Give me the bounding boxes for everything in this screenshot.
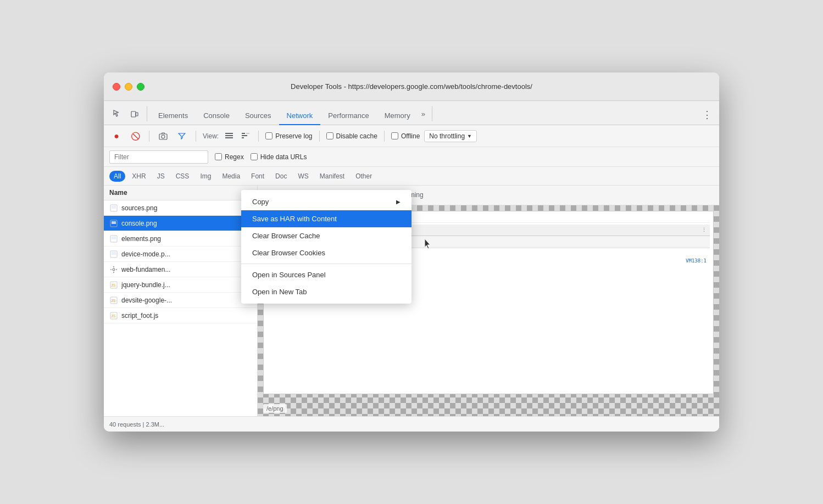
- filter-button[interactable]: [175, 129, 189, 143]
- svg-text:JS: JS: [111, 314, 116, 318]
- regex-label: Regex: [225, 153, 244, 161]
- svg-rect-18: [112, 252, 116, 255]
- context-menu-item-open-tab[interactable]: Open in New Tab: [241, 283, 412, 300]
- traffic-lights: [113, 83, 144, 91]
- submenu-arrow-icon: ▶: [396, 199, 401, 205]
- type-filter-js[interactable]: JS: [153, 171, 169, 182]
- disable-cache-checkbox[interactable]: [326, 132, 333, 139]
- type-filter-xhr[interactable]: XHR: [127, 171, 150, 182]
- device-mode-icon[interactable]: [126, 105, 143, 122]
- svg-text:JS: JS: [111, 283, 116, 287]
- offline-checkbox[interactable]: [391, 132, 398, 139]
- preserve-log-group: Preserve log: [265, 132, 312, 140]
- preserve-log-label: Preserve log: [275, 132, 312, 140]
- svg-rect-0: [131, 111, 136, 117]
- context-menu-item-save-har[interactable]: Save as HAR with Content: [241, 210, 412, 227]
- file-icon-js-devsite: JS: [109, 296, 118, 305]
- type-filter-other[interactable]: Other: [351, 171, 376, 182]
- regex-checkbox[interactable]: [215, 153, 222, 160]
- svg-rect-12: [112, 206, 116, 209]
- file-item-devsite[interactable]: JS devsite-google-...: [104, 293, 257, 308]
- file-item-device-mode[interactable]: device-mode.p...: [104, 247, 257, 262]
- preview-bottom-url: /e/png: [263, 404, 287, 413]
- chevron-down-icon: ▼: [467, 133, 472, 139]
- hide-data-urls-label: Hide data URLs: [260, 153, 307, 161]
- screenshot-button[interactable]: [156, 129, 170, 143]
- svg-rect-16: [112, 237, 116, 239]
- context-menu-item-open-sources[interactable]: Open in Sources Panel: [241, 266, 412, 283]
- file-icon-js-script: JS: [109, 311, 118, 320]
- svg-rect-9: [242, 137, 244, 138]
- view-list-button[interactable]: [223, 130, 235, 142]
- type-filter-css[interactable]: CSS: [171, 171, 194, 182]
- file-item-jquery[interactable]: JS jquery-bundle.j...: [104, 277, 257, 293]
- file-icon-gear: [109, 265, 118, 274]
- preserve-log-checkbox[interactable]: [265, 132, 273, 139]
- devtools-window: Developer Tools - https://developers.goo…: [104, 72, 719, 432]
- toolbar-sep-5: [384, 131, 385, 142]
- tab-separator-right: [432, 106, 432, 121]
- tab-console[interactable]: Console: [196, 107, 237, 125]
- file-item-script-foot[interactable]: JS script_foot.js: [104, 308, 257, 323]
- type-filter-media[interactable]: Media: [218, 171, 244, 182]
- type-filter-all[interactable]: All: [109, 171, 125, 182]
- clear-button[interactable]: 🚫: [128, 129, 142, 143]
- file-name-sources: sources.png: [121, 204, 157, 212]
- titlebar: Developer Tools - https://developers.goo…: [104, 72, 719, 101]
- file-icon-img-device: [109, 250, 118, 259]
- type-filter-bar: All XHR JS CSS Img Media Font Doc WS Man…: [104, 167, 719, 186]
- type-filter-doc[interactable]: Doc: [271, 171, 291, 182]
- close-button[interactable]: [113, 83, 120, 91]
- file-icon-js: JS: [109, 281, 118, 289]
- context-menu-item-clear-cache[interactable]: Clear Browser Cache: [241, 227, 412, 244]
- toolbar-sep-3: [258, 131, 259, 142]
- file-name-device: device-mode.p...: [121, 250, 170, 258]
- tab-separator: [147, 106, 147, 121]
- type-filter-img[interactable]: Img: [196, 171, 215, 182]
- file-list-header: Name: [104, 186, 257, 200]
- view-label: View:: [203, 132, 219, 140]
- svg-rect-10: [246, 133, 249, 134]
- type-filter-manifest[interactable]: Manifest: [315, 171, 349, 182]
- tab-elements[interactable]: Elements: [151, 107, 196, 125]
- file-name-script-foot: script_foot.js: [121, 312, 158, 320]
- toolbar-sep-4: [319, 131, 320, 142]
- inspect-element-icon[interactable]: [108, 105, 126, 122]
- file-item-sources[interactable]: sources.png: [104, 200, 257, 216]
- tab-network[interactable]: Network: [279, 107, 321, 125]
- hide-data-urls-group: Hide data URLs: [251, 153, 307, 161]
- record-button[interactable]: ●: [109, 129, 124, 143]
- file-name-elements: elements.png: [121, 235, 161, 243]
- offline-group: Offline: [391, 132, 420, 140]
- maximize-button[interactable]: [137, 83, 144, 91]
- context-menu-item-copy[interactable]: Copy ▶: [241, 193, 412, 210]
- minimize-button[interactable]: [125, 83, 132, 91]
- svg-point-19: [113, 268, 115, 271]
- devtools-tab-bar: Elements Console Sources Network Perform…: [104, 101, 719, 125]
- type-filter-font[interactable]: Font: [247, 171, 269, 182]
- type-filter-ws[interactable]: WS: [293, 171, 313, 182]
- file-icon-img-elements: [109, 234, 118, 243]
- view-waterfall-button[interactable]: [240, 130, 252, 142]
- hide-data-urls-checkbox[interactable]: [251, 153, 258, 160]
- tab-sources[interactable]: Sources: [237, 107, 279, 125]
- devtools-tabs-right: ⋮: [699, 107, 715, 122]
- no-throttling-button[interactable]: No throttling ▼: [424, 130, 477, 142]
- file-item-web-fundamen[interactable]: web-fundamen...: [104, 262, 257, 277]
- devtools-body: ● 🚫 View:: [104, 125, 719, 432]
- context-menu-open-tab-label: Open in New Tab: [252, 288, 307, 296]
- file-name-jquery: jquery-bundle.j...: [121, 281, 170, 289]
- devtools-menu-button[interactable]: ⋮: [699, 107, 715, 122]
- tab-more[interactable]: »: [418, 105, 429, 122]
- context-menu-item-clear-cookies[interactable]: Clear Browser Cookies: [241, 244, 412, 261]
- filter-input[interactable]: [109, 150, 208, 164]
- file-item-elements[interactable]: elements.png: [104, 231, 257, 247]
- file-item-console[interactable]: console.png: [104, 216, 257, 231]
- status-bar: 40 requests | 2.3M...: [104, 416, 719, 432]
- svg-rect-1: [136, 113, 138, 116]
- main-content: Name sources.png console.png: [104, 186, 719, 416]
- svg-point-3: [162, 135, 165, 138]
- context-menu: Copy ▶ Save as HAR with Content Clear Br…: [241, 190, 412, 304]
- tab-memory[interactable]: Memory: [377, 107, 418, 125]
- tab-performance[interactable]: Performance: [320, 107, 376, 125]
